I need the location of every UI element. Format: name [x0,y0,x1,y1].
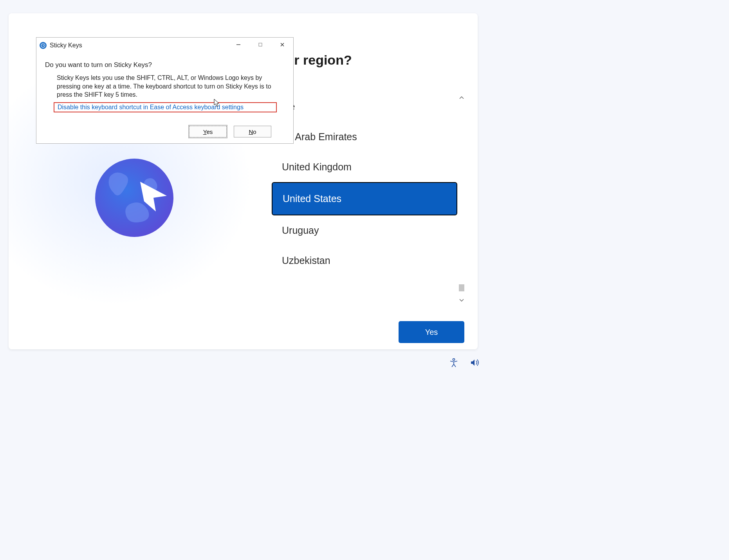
dialog-buttons: Yes No [189,126,271,137]
country-label: United States [283,193,341,204]
dialog-title: Sticky Keys [50,42,82,49]
scroll-thumb[interactable] [459,284,464,291]
globe-illustration [94,157,175,238]
list-item[interactable]: Uzbekistan [272,246,457,276]
maximize-button[interactable] [249,38,271,52]
country-label: Uzbekistan [282,255,330,266]
country-label: United Kingdom [282,161,352,172]
sticky-keys-icon [40,42,47,49]
svg-rect-4 [259,43,262,46]
scrollbar[interactable] [458,94,465,304]
disable-shortcut-link[interactable]: Disable this keyboard shortcut in Ease o… [58,104,244,111]
list-item[interactable]: Uruguay [272,215,457,246]
dialog-body: Sticky Keys lets you use the SHIFT, CTRL… [57,74,283,99]
system-tray [449,358,480,369]
yes-button[interactable]: Yes [189,126,227,137]
minimize-button[interactable] [227,38,249,52]
confirm-button[interactable]: Yes [399,321,464,343]
dialog-question: Do you want to turn on Sticky Keys? [45,61,152,69]
volume-icon[interactable] [470,358,480,369]
list-item[interactable]: United Kingdom [272,152,457,182]
no-hotkey: N [249,128,253,135]
svg-point-5 [453,359,455,361]
list-item-selected[interactable]: United States [272,182,457,215]
scroll-up-icon[interactable] [458,94,465,101]
scroll-down-icon[interactable] [458,297,465,304]
country-label: Uruguay [282,225,319,236]
country-list: ine ed Arab Emirates United Kingdom Unit… [272,92,465,307]
no-button[interactable]: No [234,126,271,137]
svg-point-0 [95,159,173,237]
highlight-box: Disable this keyboard shortcut in Ease o… [54,102,277,112]
window-controls [227,38,293,52]
accessibility-icon[interactable] [449,358,459,369]
yes-rest: es [206,128,213,135]
close-button[interactable] [271,38,293,52]
list-item[interactable]: ine [272,92,457,122]
no-rest: o [253,128,256,135]
sticky-keys-dialog: Sticky Keys Do you want to turn on Stick… [36,37,294,144]
list-item[interactable]: ed Arab Emirates [272,122,457,152]
